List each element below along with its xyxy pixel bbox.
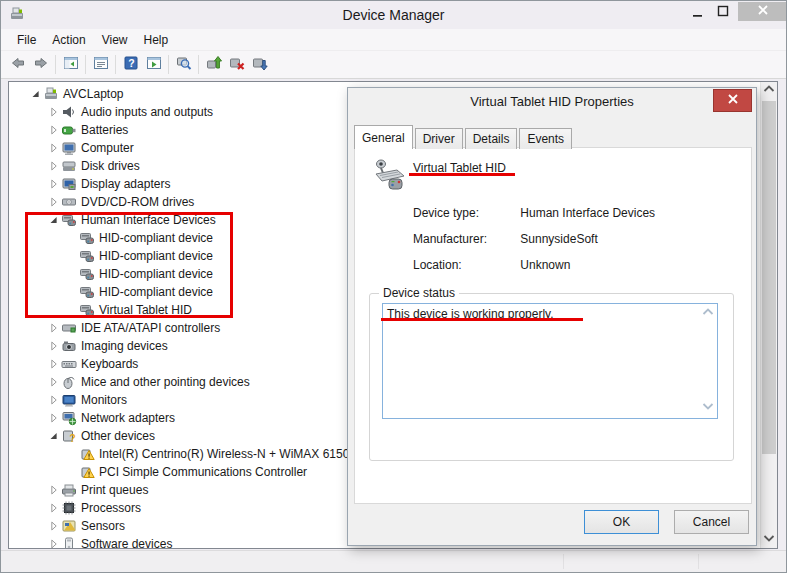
scrollbar-thumb[interactable] (762, 101, 776, 454)
toolbar: ? (1, 51, 786, 79)
toolbar-button-back-arrow[interactable] (6, 53, 29, 77)
expander-collapsed-icon[interactable] (47, 122, 61, 138)
tree-item-label: Intel(R) Centrino(R) Wireless-N + WiMAX … (99, 447, 349, 461)
keyboard-icon (61, 356, 77, 372)
dvd-icon (61, 194, 77, 210)
expander-collapsed-icon[interactable] (47, 374, 61, 390)
battery-icon (61, 122, 77, 138)
toolbar-button-uninstall-device[interactable] (225, 53, 248, 77)
expander-collapsed-icon[interactable] (47, 194, 61, 210)
update-driver-icon (206, 55, 222, 75)
toolbar-separator (55, 55, 56, 74)
minimize-button[interactable] (687, 5, 709, 21)
menu-bar: File Action View Help (1, 29, 786, 51)
menu-action[interactable]: Action (44, 30, 93, 50)
imaging-icon (61, 338, 77, 354)
group-label: Device status (379, 286, 459, 300)
tab-events[interactable]: Events (519, 128, 572, 149)
annotation-underline-device-name (409, 173, 515, 176)
hid-device-icon (371, 156, 407, 192)
menu-view[interactable]: View (94, 30, 136, 50)
scan-hardware-changes-icon (252, 55, 268, 75)
field-device-type: Device type: Human Interface Devices (413, 206, 655, 220)
toolbar-button-show-console-tree[interactable] (59, 53, 82, 77)
other-icon: ? (61, 428, 77, 444)
tree-item-label: Monitors (81, 393, 127, 407)
annotation-box-hid-subtree (25, 212, 233, 318)
tree-scrollbar[interactable] (760, 82, 777, 548)
expander-collapsed-icon[interactable] (47, 140, 61, 156)
software-icon (61, 536, 77, 549)
toolbar-button-find[interactable] (172, 53, 195, 77)
tree-item-label: Audio inputs and outputs (81, 105, 213, 119)
close-button[interactable] (738, 2, 787, 21)
expander-expanded-icon[interactable] (47, 428, 61, 444)
tab-driver[interactable]: Driver (415, 128, 463, 149)
expander-collapsed-icon[interactable] (47, 410, 61, 426)
tree-item-label: DVD/CD-ROM drives (81, 195, 194, 209)
audio-icon (61, 104, 77, 120)
toolbar-separator (85, 55, 86, 74)
warn-icon (79, 446, 95, 462)
find-icon (176, 55, 192, 75)
tab-strip: General Driver Details Events (354, 125, 574, 149)
expander-spacer (65, 464, 79, 480)
tree-item-label: Mice and other pointing devices (81, 375, 250, 389)
dialog-close-button[interactable] (713, 89, 752, 112)
scroll-down-button[interactable] (761, 531, 777, 548)
field-location: Location: Unknown (413, 258, 570, 272)
toolbar-button-forward-arrow[interactable] (29, 53, 52, 77)
expander-collapsed-icon[interactable] (47, 104, 61, 120)
toolbar-button-scan-hardware-changes[interactable] (248, 53, 271, 77)
tree-item-label: Print queues (81, 483, 148, 497)
cancel-button[interactable]: Cancel (674, 510, 749, 534)
tab-general[interactable]: General (354, 125, 413, 149)
network-icon (61, 410, 77, 426)
field-value: Unknown (520, 258, 570, 272)
maximize-icon (716, 4, 730, 22)
status-strip (1, 550, 786, 572)
textarea-scroll-down[interactable] (701, 402, 715, 414)
expander-collapsed-icon[interactable] (47, 518, 61, 534)
tree-item-label: Computer (81, 141, 134, 155)
expander-collapsed-icon[interactable] (47, 176, 61, 192)
toolbar-separator (198, 55, 199, 74)
maximize-button[interactable] (712, 5, 734, 21)
tab-details[interactable]: Details (465, 128, 518, 149)
toolbar-button-update-driver[interactable] (202, 53, 225, 77)
ide-icon (61, 320, 77, 336)
tree-item-label: Batteries (81, 123, 128, 137)
expander-collapsed-icon[interactable] (47, 482, 61, 498)
properties-dialog: Virtual Tablet HID Properties General Dr… (347, 87, 757, 546)
textarea-scroll-up[interactable] (701, 308, 715, 320)
status-separator (698, 554, 699, 569)
expander-collapsed-icon[interactable] (47, 320, 61, 336)
expander-collapsed-icon[interactable] (47, 500, 61, 516)
forward-arrow-icon (33, 55, 49, 75)
expander-collapsed-icon[interactable] (47, 158, 61, 174)
show-console-tree-icon (63, 55, 79, 75)
svg-text:?: ? (128, 57, 134, 69)
chevron-down-icon (761, 530, 777, 550)
chevron-up-icon (700, 304, 716, 324)
toolbar-button-properties-window[interactable] (89, 53, 112, 77)
menu-help[interactable]: Help (136, 30, 177, 50)
expander-expanded-icon[interactable] (29, 86, 43, 102)
expander-collapsed-icon[interactable] (47, 536, 61, 549)
back-arrow-icon (10, 55, 26, 75)
expander-collapsed-icon[interactable] (47, 392, 61, 408)
field-label: Manufacturer: (413, 232, 517, 246)
scroll-up-button[interactable] (761, 82, 777, 99)
toolbar-button-action-pane[interactable] (142, 53, 165, 77)
dialog-title: Virtual Tablet HID Properties (348, 94, 756, 109)
field-value: Human Interface Devices (520, 206, 655, 220)
ok-button[interactable]: OK (584, 510, 659, 534)
devmgr-icon (43, 86, 59, 102)
disk-icon (61, 158, 77, 174)
menu-file[interactable]: File (9, 30, 44, 50)
status-separator (563, 554, 564, 569)
warn-icon (79, 464, 95, 480)
expander-collapsed-icon[interactable] (47, 356, 61, 372)
expander-collapsed-icon[interactable] (47, 338, 61, 354)
toolbar-button-help[interactable]: ? (119, 53, 142, 77)
